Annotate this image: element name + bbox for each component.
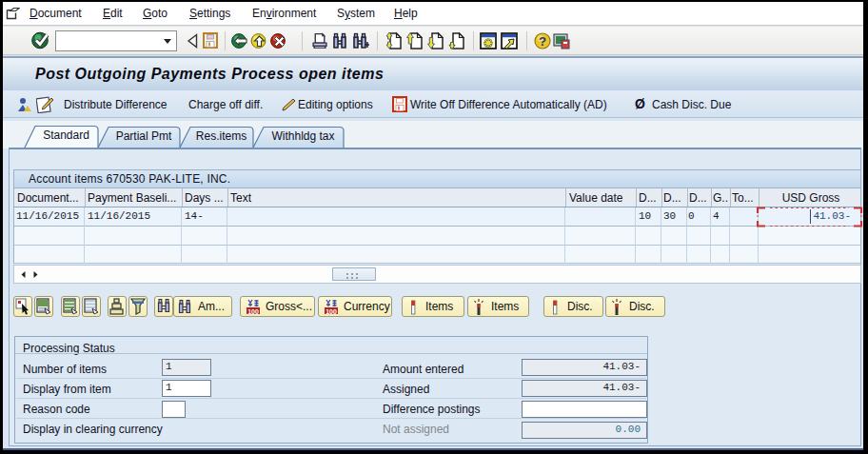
svg-text:100: 100: [247, 308, 259, 315]
svg-text:100: 100: [326, 308, 337, 315]
svg-text:?: ?: [539, 34, 546, 49]
